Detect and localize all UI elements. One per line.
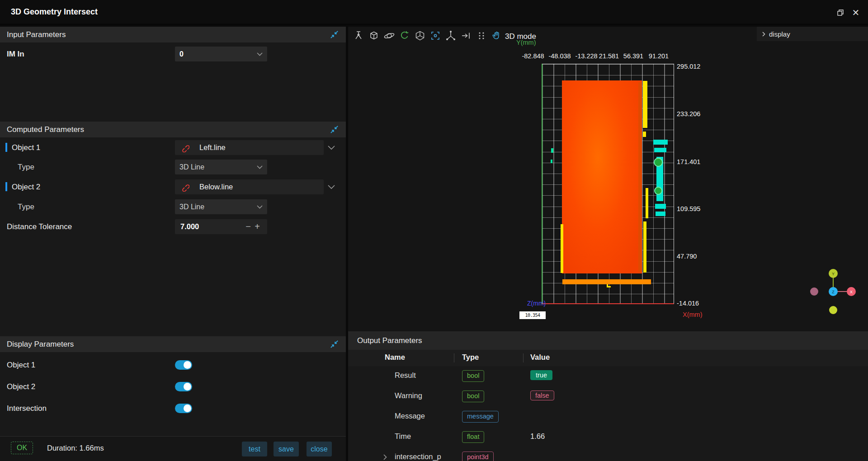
- value-text: 1.66: [530, 432, 545, 441]
- output-parameters-header: Output Parameters: [348, 331, 868, 350]
- chevron-down-icon: [257, 52, 263, 56]
- heightmap-edge: [638, 82, 642, 272]
- input-parameters-body: IM In 0: [0, 42, 346, 122]
- probe-axes-icon[interactable]: [352, 29, 364, 42]
- display-object2-toggle[interactable]: [175, 382, 192, 391]
- column-type: Type: [462, 353, 479, 362]
- y-axis-label: Y(mm): [516, 39, 536, 46]
- restore-window-icon[interactable]: [835, 7, 846, 19]
- expand-chevron-icon[interactable]: [383, 454, 387, 460]
- collapse-icon[interactable]: [330, 125, 339, 134]
- display-object1-toggle[interactable]: [175, 360, 192, 370]
- fit-view-icon[interactable]: [429, 29, 441, 42]
- unlink-icon: [180, 183, 189, 192]
- display-intersection-toggle[interactable]: [175, 404, 192, 413]
- object2-value: Below.line: [199, 183, 233, 191]
- viewport-toolbar: [352, 29, 503, 42]
- test-button[interactable]: test: [242, 442, 267, 456]
- object1-type-value: 3D Line: [179, 163, 204, 171]
- scan-mark-cyan: [656, 212, 665, 216]
- x-tick-label: -82.848: [522, 52, 544, 60]
- reset-rotation-icon[interactable]: [398, 29, 410, 42]
- output-parameters-title: Output Parameters: [357, 336, 422, 345]
- output-name: intersection_p: [395, 452, 441, 461]
- computed-parameters-title: Computed Parameters: [7, 125, 84, 134]
- type-badge: bool: [462, 390, 484, 402]
- output-row-intersection-p: intersection_p point3d: [348, 447, 868, 461]
- chevron-down-icon: [257, 165, 263, 169]
- display-object2-label: Object 2: [7, 379, 35, 394]
- collapse-icon[interactable]: [330, 339, 339, 349]
- im-in-dropdown[interactable]: 0: [175, 47, 267, 61]
- scan-speck-green: [551, 148, 553, 153]
- intersection-point-marker: [654, 187, 662, 195]
- object2-expand-chevron-icon[interactable]: [328, 185, 335, 189]
- app-window: 3D Geometry Intersect ✕ Input Parameters…: [0, 0, 868, 461]
- toggle-knob: [184, 383, 191, 390]
- polyhedron-icon[interactable]: [414, 29, 426, 42]
- x-tick-label: 91.201: [649, 52, 669, 60]
- status-ok-badge: OK: [11, 442, 33, 454]
- x-tick-label: -48.038: [548, 52, 571, 60]
- object1-field[interactable]: Left.line: [175, 140, 324, 155]
- z-axis-label: Z(mm): [527, 300, 546, 307]
- column-value: Value: [530, 353, 550, 362]
- object2-type-dropdown[interactable]: 3D Line: [175, 199, 267, 214]
- window-title: 3D Geometry Intersect: [11, 7, 98, 17]
- output-table-header: Name Type Value: [348, 350, 868, 366]
- distance-tolerance-label: Distance Tolerance: [7, 219, 72, 234]
- column-name: Name: [385, 353, 405, 362]
- scan-mark-cyan: [653, 140, 668, 145]
- gizmo-neg-x-dot[interactable]: [810, 287, 818, 296]
- collapse-icon[interactable]: [330, 30, 339, 39]
- viewport-3d[interactable]: 3D mode display Y(mm) -82.848 -48.038 -1…: [348, 27, 868, 331]
- display-panel-toggle-label: display: [769, 30, 790, 38]
- cube-icon[interactable]: [368, 29, 380, 42]
- y-tick-label: 109.595: [677, 205, 700, 212]
- move-to-icon[interactable]: [460, 29, 472, 42]
- object1-type-label: Type: [18, 160, 34, 174]
- object1-expand-chevron-icon[interactable]: [328, 146, 335, 150]
- x-tick-label: 21.581: [599, 52, 619, 60]
- distance-tolerance-input[interactable]: 7.000 − +: [175, 219, 267, 234]
- orbit-icon[interactable]: [383, 29, 395, 42]
- x-tick-label: -13.228: [575, 52, 597, 60]
- object2-label: Object 2: [12, 179, 40, 194]
- intersection-point-marker: [654, 158, 663, 167]
- display-panel-toggle[interactable]: display: [757, 27, 868, 41]
- gizmo-neg-y-dot[interactable]: [829, 306, 837, 314]
- unlink-icon: [180, 143, 189, 152]
- close-window-icon[interactable]: ✕: [850, 7, 862, 19]
- object2-type-label: Type: [18, 199, 34, 214]
- y-tick-label: -14.016: [677, 300, 699, 307]
- grid-dots-icon[interactable]: [475, 29, 487, 42]
- x-axis-label: X(mm): [683, 311, 703, 318]
- orientation-gizmo[interactable]: Y Z X: [809, 264, 863, 319]
- output-name: Result: [395, 371, 416, 380]
- object1-type-dropdown[interactable]: 3D Line: [175, 160, 267, 174]
- output-row-message: Message message: [348, 407, 868, 427]
- output-row-result: Result bool true: [348, 366, 868, 386]
- scan-bar-orange: [562, 279, 651, 284]
- chevron-right-icon: [762, 32, 765, 37]
- close-button[interactable]: close: [307, 442, 332, 456]
- pan-hand-icon[interactable]: [491, 29, 503, 42]
- duration-text: Duration: 1.66ms: [47, 444, 104, 452]
- display-object1-label: Object 1: [7, 358, 35, 372]
- display-parameters-body: Object 1 Object 2 Intersection: [0, 352, 346, 436]
- decrement-button[interactable]: −: [244, 219, 253, 234]
- column-divider: [454, 353, 454, 362]
- toggle-knob: [184, 361, 191, 369]
- save-button[interactable]: save: [274, 442, 299, 456]
- output-name: Message: [395, 412, 425, 420]
- increment-button[interactable]: +: [253, 219, 262, 234]
- axis-triad-icon[interactable]: [444, 29, 457, 42]
- type-badge: bool: [462, 370, 484, 382]
- object2-field[interactable]: Below.line: [175, 179, 324, 194]
- output-parameters-panel: Output Parameters Name Type Value Result…: [348, 331, 868, 461]
- gizmo-y-label: Y: [832, 272, 835, 276]
- y-tick-label: 233.206: [677, 110, 700, 118]
- gizmo-x-label: X: [850, 290, 853, 294]
- object2-type-value: 3D Line: [179, 203, 204, 211]
- y-tick-label: 295.012: [677, 63, 700, 70]
